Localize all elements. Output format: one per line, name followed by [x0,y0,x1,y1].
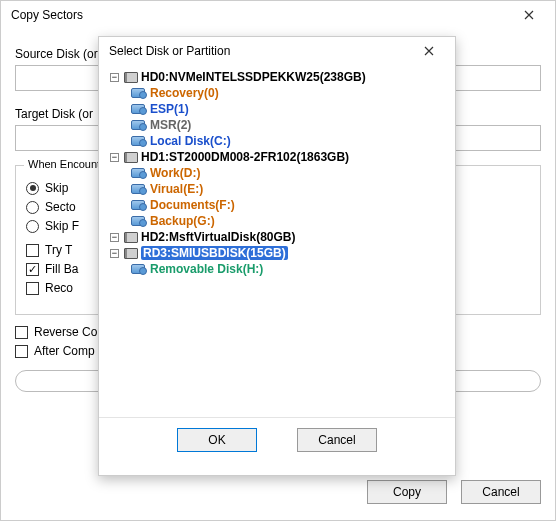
radio-icon [26,220,39,233]
partition-icon [131,184,145,194]
checkbox-icon [15,326,28,339]
collapse-icon[interactable]: − [110,233,119,242]
copy-button[interactable]: Copy [367,480,447,504]
select-disk-dialog: Select Disk or Partition −HD0:NVMeINTELS… [98,36,456,476]
radio-icon [26,201,39,214]
checkbox-icon [15,345,28,358]
partition-node[interactable]: MSR(2) [109,117,445,133]
ok-button[interactable]: OK [177,428,257,452]
modal-titlebar: Select Disk or Partition [99,37,455,65]
modal-title: Select Disk or Partition [109,44,230,58]
partition-node[interactable]: Backup(G:) [109,213,445,229]
partition-icon [131,216,145,226]
disk-icon [124,248,138,259]
close-icon[interactable] [409,39,449,63]
main-titlebar: Copy Sectors [1,1,555,29]
cancel-button[interactable]: Cancel [461,480,541,504]
partition-node[interactable]: Virual(E:) [109,181,445,197]
main-title: Copy Sectors [11,8,83,22]
partition-icon [131,120,145,130]
cancel-button[interactable]: Cancel [297,428,377,452]
partition-icon [131,136,145,146]
checkbox-icon [26,282,39,295]
partition-node[interactable]: Work(D:) [109,165,445,181]
disk-tree[interactable]: −HD0:NVMeINTELSSDPEKKW25(238GB)Recovery(… [99,65,455,415]
partition-node[interactable]: Local Disk(C:) [109,133,445,149]
checkbox-icon [26,244,39,257]
group-title: When Encount [24,158,104,170]
collapse-icon[interactable]: − [110,153,119,162]
disk-node[interactable]: −HD1:ST2000DM008-2FR102(1863GB) [109,149,445,165]
disk-icon [124,232,138,243]
main-button-row: Copy Cancel [1,472,555,512]
partition-icon [131,104,145,114]
partition-icon [131,168,145,178]
disk-icon [124,152,138,163]
partition-icon [131,200,145,210]
partition-node[interactable]: Removable Disk(H:) [109,261,445,277]
partition-node[interactable]: Recovery(0) [109,85,445,101]
checkbox-icon [26,263,39,276]
partition-icon [131,88,145,98]
disk-node[interactable]: −HD0:NVMeINTELSSDPEKKW25(238GB) [109,69,445,85]
collapse-icon[interactable]: − [110,73,119,82]
partition-node[interactable]: ESP(1) [109,101,445,117]
collapse-icon[interactable]: − [110,249,119,258]
radio-icon [26,182,39,195]
disk-icon [124,72,138,83]
partition-icon [131,264,145,274]
disk-node[interactable]: −RD3:SMIUSBDISK(15GB) [109,245,445,261]
close-icon[interactable] [509,3,549,27]
modal-button-row: OK Cancel [99,417,455,452]
disk-node[interactable]: −HD2:MsftVirtualDisk(80GB) [109,229,445,245]
partition-node[interactable]: Documents(F:) [109,197,445,213]
